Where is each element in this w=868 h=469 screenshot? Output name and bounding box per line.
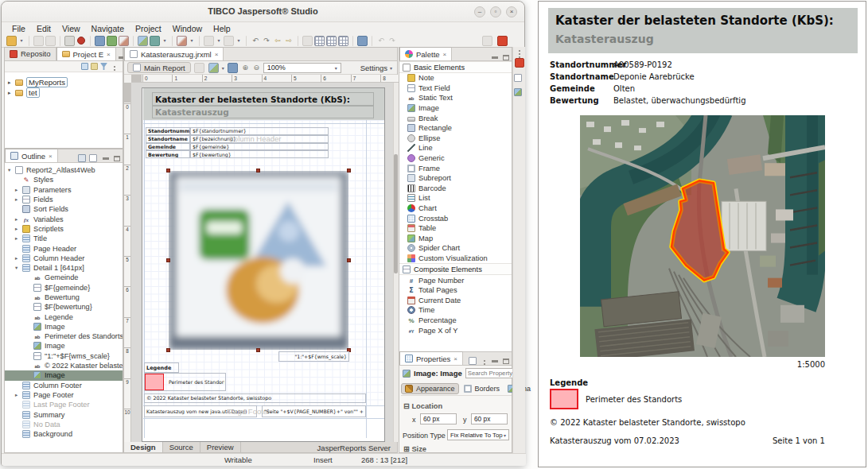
toolbar-icon[interactable] [387,36,397,46]
toolbar-icon[interactable] [6,36,17,46]
outline-item[interactable]: Bewertung [5,293,123,302]
maximize-view-icon[interactable] [114,156,120,161]
outline-item[interactable]: Styles [5,175,123,184]
editor-mode-tab[interactable]: Source [163,442,200,452]
minimize-button[interactable]: – [474,6,485,17]
toolbar-icon[interactable] [372,36,372,46]
palette-item[interactable]: Crosstab [399,213,512,223]
expand-arrow-icon[interactable]: ▾ [8,167,15,173]
outline-item[interactable]: Gemeinde [5,273,123,282]
outline-item[interactable]: Image [5,370,123,380]
palette-item[interactable]: Line [399,143,512,153]
footer-page-number-element[interactable]: "Seite "+$V{PAGE_NUMBER}+" von"" + [262,405,366,417]
expand-arrow-icon[interactable]: ▸ [15,235,22,242]
toolbar-icon[interactable] [60,36,60,46]
design-field-label[interactable]: Gemeinde [146,143,190,151]
collapse-all-icon[interactable] [81,63,88,70]
close-icon[interactable]: × [443,51,447,58]
toolbar-icon[interactable] [177,36,187,46]
properties-tab[interactable]: Borders [461,384,504,393]
zoom-out-icon[interactable]: ⊖ [252,63,261,73]
palette-item[interactable]: Frame [399,163,512,173]
outline-item[interactable]: Page Header [5,243,123,253]
palette-item[interactable]: Barcode [399,184,512,194]
zoom-in-icon[interactable]: ⊕ [241,63,250,73]
design-subtitle-element[interactable]: Katasterauszug [152,106,374,118]
palette-item[interactable]: Break [399,113,512,123]
design-field-expression[interactable]: $F{bewertung} [190,150,329,158]
tab-properties[interactable]: Properties× [399,351,463,365]
location-section-label[interactable]: ⊟ Location [403,401,442,410]
palette-item[interactable]: Map [399,234,512,244]
design-field-label[interactable]: Standortnummer [146,127,190,135]
editor-mode-tab[interactable]: Preview [200,442,241,452]
filter-icon[interactable] [100,63,107,70]
toolbar-icon[interactable] [107,36,117,46]
copyright-element[interactable]: © 2022 Kataster belasteter Standorte, sw… [144,393,366,403]
expand-arrow-icon[interactable]: ▸ [8,90,15,96]
menu-item[interactable]: Help [208,24,236,33]
selection-handle[interactable] [256,348,260,352]
expand-arrow-icon[interactable]: ▸ [15,216,22,223]
report-page[interactable]: Kataster der belasteten Standorte (KbS):… [142,87,385,442]
canvas-scrollbar[interactable] [393,83,399,443]
scale-textfield-element[interactable]: "1:"+$F{wms_scale} [278,351,349,362]
toolbar-icon[interactable] [18,36,25,46]
outline-item[interactable]: Legende [5,312,123,321]
menu-item[interactable]: Window [167,24,208,33]
sort-icon[interactable] [78,154,86,162]
tab-palette[interactable]: Palette× [399,47,452,60]
expand-arrow-icon[interactable]: ▸ [15,255,22,262]
expand-arrow-icon[interactable]: ▾ [15,265,22,271]
expand-arrow-icon[interactable]: ▸ [15,196,22,203]
outline-item[interactable]: Image [5,322,123,331]
outline-item[interactable]: Image [5,341,123,351]
outline-item[interactable]: ▾Detail 1 [641px] [5,263,123,273]
toolbar-icon[interactable] [235,36,242,46]
toolbar-icon[interactable] [162,36,168,46]
toolbar-icon[interactable] [376,36,386,46]
toolbar-icon[interactable] [64,36,75,46]
outline-item[interactable]: Summary [5,409,123,419]
size-section-label[interactable]: ⊞ Size [403,444,426,453]
toolbar-icon[interactable] [357,36,368,46]
zoom-level-select[interactable]: 100%▾ [263,63,341,73]
y-input[interactable] [471,413,508,424]
export-image-icon[interactable] [208,63,219,73]
chevron-down-icon[interactable]: ▾ [222,65,224,71]
palette-item[interactable]: Image [399,103,512,114]
window-titlebar[interactable]: TIBCO Jaspersoft® Studio – ▫ × [2,2,524,22]
toolbar-icon[interactable] [298,36,298,46]
toolbar-icon[interactable] [45,36,56,46]
selection-handle[interactable] [166,169,170,172]
design-field-expression[interactable]: $F{gemeinde} [190,143,329,151]
palette-item[interactable]: Page Number [399,275,512,285]
palette-item[interactable]: Note [399,73,512,83]
palette-item[interactable]: Custom Visualization [399,254,512,264]
map-image-element-selected[interactable] [169,171,348,350]
maximize-button[interactable]: ▫ [490,6,501,17]
palette-item[interactable]: Spider Chart [399,243,512,254]
editor-mode-tab[interactable]: Design [124,442,163,452]
tab-project-explorer[interactable]: Project E× [56,47,116,60]
toolbar-icon[interactable] [172,36,173,46]
minimize-view-icon[interactable] [492,56,498,59]
jaspersoft-logo-icon[interactable] [497,36,508,46]
toolbar-icon[interactable] [273,36,282,46]
palette-item[interactable]: Page X of Y [399,325,512,335]
outline-item[interactable]: Column Footer [5,381,123,390]
toolbar-icon[interactable] [246,36,247,46]
design-field-label[interactable]: Bewertung [146,150,190,158]
palette-item[interactable]: Table [399,223,512,234]
outline-item[interactable]: ▸Variables [5,214,123,223]
main-report-button[interactable]: Main Report [127,62,191,73]
outline-item[interactable]: "1:"+$F{wms_scale} [5,351,123,361]
outline-item[interactable]: No Data [5,420,123,429]
palette-item[interactable]: Time [399,305,512,316]
close-icon[interactable]: × [49,153,53,160]
toolbar-icon[interactable] [352,36,353,46]
thumbnail-view-icon[interactable] [89,154,97,162]
toolbar-icon[interactable] [189,36,195,46]
menu-item[interactable]: Project [130,24,167,33]
outline-item[interactable]: $F{bewertung} [5,302,123,312]
